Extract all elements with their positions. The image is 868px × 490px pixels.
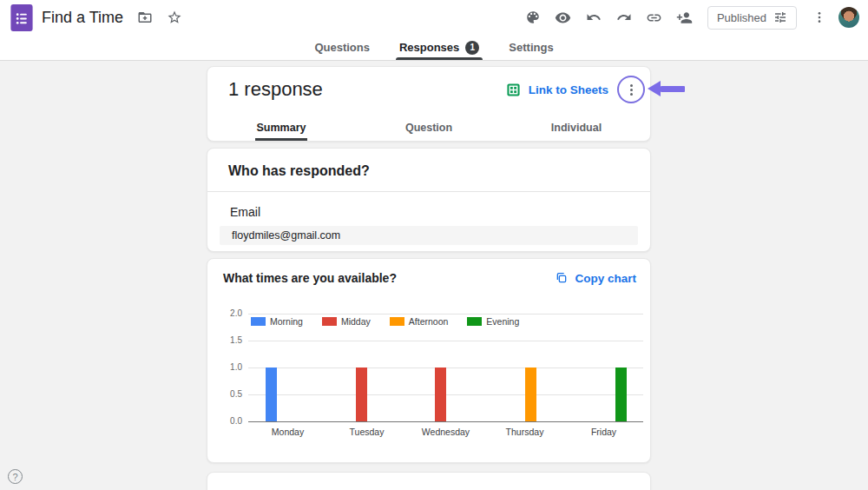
link-to-sheets-label: Link to Sheets xyxy=(529,83,608,96)
subtab-question[interactable]: Question xyxy=(355,116,503,141)
gridline xyxy=(248,368,643,368)
legend-swatch xyxy=(322,317,337,326)
response-view-subtabs: Summary Question Individual xyxy=(207,116,650,141)
forms-logo-icon[interactable] xyxy=(10,4,33,31)
response-count: 1 response xyxy=(228,78,323,101)
who-responded-card: Who has responded? Email floydmiles@gmai… xyxy=(207,148,651,252)
x-tick-label: Tuesday xyxy=(327,427,406,437)
move-icon[interactable] xyxy=(134,6,156,29)
annotation-arrow xyxy=(648,81,685,96)
availability-question-card: What times are you available? Copy chart… xyxy=(207,258,651,463)
subtab-individual[interactable]: Individual xyxy=(503,116,650,141)
x-axis-line xyxy=(248,421,643,422)
x-tick-label: Monday xyxy=(248,427,327,437)
y-tick-label: 1.0 xyxy=(207,362,242,372)
subtab-summary-label: Summary xyxy=(255,116,308,141)
bar-friday-evening xyxy=(615,368,627,421)
responses-count-badge: 1 xyxy=(465,41,479,55)
tab-questions[interactable]: Questions xyxy=(311,35,373,60)
published-button[interactable]: Published xyxy=(707,6,797,30)
y-tick-label: 0.5 xyxy=(207,389,242,399)
gridline xyxy=(248,394,643,395)
bar-thursday-afternoon xyxy=(525,368,536,421)
link-to-sheets-button[interactable]: Link to Sheets xyxy=(506,83,608,97)
tab-questions-label: Questions xyxy=(314,41,370,54)
preview-eye-icon[interactable] xyxy=(552,6,575,29)
form-nav-tabs: Questions Responses 1 Settings xyxy=(0,35,868,61)
gridline xyxy=(248,314,643,315)
legend-item: Midday xyxy=(322,316,371,327)
bar-tuesday-midday xyxy=(356,368,367,421)
next-question-card xyxy=(207,472,651,490)
copy-chart-label: Copy chart xyxy=(575,272,636,285)
legend-label: Evening xyxy=(486,316,519,327)
tab-settings-label: Settings xyxy=(509,41,553,54)
copy-link-icon[interactable] xyxy=(643,6,666,29)
subtab-question-label: Question xyxy=(404,116,454,139)
who-responded-title: Who has responded? xyxy=(207,149,650,183)
legend-swatch xyxy=(467,317,482,326)
email-label: Email xyxy=(230,205,650,219)
divider xyxy=(207,191,650,192)
subtab-individual-label: Individual xyxy=(549,116,603,139)
legend-item: Evening xyxy=(467,316,519,327)
redo-icon[interactable] xyxy=(613,6,635,29)
help-icon[interactable]: ? xyxy=(8,469,23,484)
published-label: Published xyxy=(717,11,766,24)
legend-item: Afternoon xyxy=(390,316,449,327)
copy-chart-icon xyxy=(555,271,569,285)
chart-legend: MorningMiddayAfternoonEvening xyxy=(251,316,519,327)
responses-summary-card: 1 response Link to Sheets Summary Questi… xyxy=(207,66,651,142)
respondent-email: floydmiles@gmail.com xyxy=(232,229,340,242)
subtab-summary[interactable]: Summary xyxy=(207,116,355,141)
kebab-circled-icon[interactable] xyxy=(617,76,645,103)
undo-icon[interactable] xyxy=(582,6,605,29)
bar-monday-morning xyxy=(266,368,277,421)
legend-item: Morning xyxy=(251,316,303,327)
kebab-menu-icon[interactable] xyxy=(808,6,831,29)
sheets-icon xyxy=(506,83,521,97)
legend-swatch xyxy=(251,317,266,326)
add-collaborator-icon[interactable] xyxy=(674,6,696,29)
legend-label: Afternoon xyxy=(409,316,449,327)
respondent-email-row[interactable]: floydmiles@gmail.com xyxy=(220,226,638,245)
y-tick-label: 2.0 xyxy=(207,308,242,318)
x-tick-label: Thursday xyxy=(485,427,564,437)
tab-settings[interactable]: Settings xyxy=(505,35,556,60)
avatar[interactable] xyxy=(838,7,859,28)
app-header: Find a Time Published xyxy=(0,0,868,35)
x-tick-label: Friday xyxy=(564,427,643,437)
tab-responses-label: Responses xyxy=(399,41,459,54)
document-title[interactable]: Find a Time xyxy=(42,9,123,27)
gridline xyxy=(248,341,643,341)
tune-icon xyxy=(773,10,787,24)
tab-responses[interactable]: Responses 1 xyxy=(396,35,483,60)
bar-wednesday-midday xyxy=(435,368,446,421)
legend-label: Midday xyxy=(341,316,371,327)
question-title: What times are you available? xyxy=(223,271,397,285)
y-tick-label: 0.0 xyxy=(207,416,242,426)
star-icon[interactable] xyxy=(163,6,186,29)
help-glyph: ? xyxy=(12,472,17,482)
legend-label: Morning xyxy=(270,316,303,327)
copy-chart-button[interactable]: Copy chart xyxy=(555,271,636,285)
x-tick-label: Wednesday xyxy=(406,427,485,437)
legend-swatch xyxy=(390,317,404,326)
availability-bar-chart: 2.01.51.00.50.0MondayTuesdayWednesdayThu… xyxy=(207,297,650,445)
y-tick-label: 1.5 xyxy=(207,335,242,345)
palette-icon[interactable] xyxy=(522,6,544,29)
